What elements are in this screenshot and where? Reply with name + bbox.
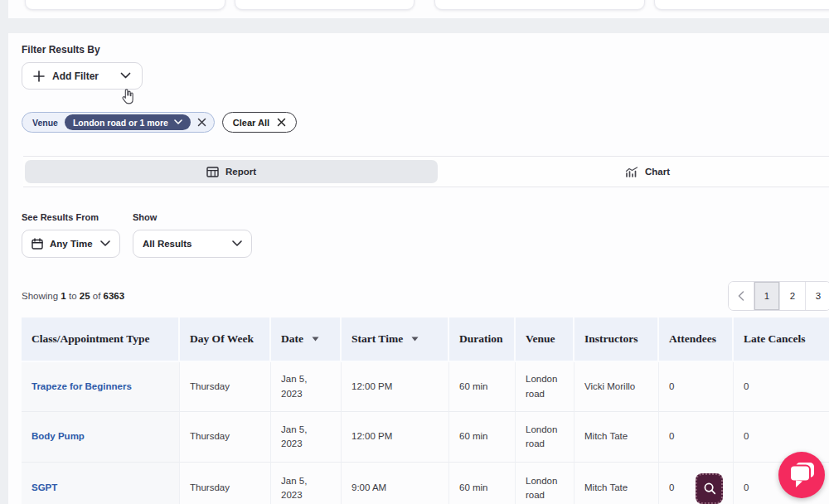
close-icon (277, 118, 286, 127)
attendees-cell-with-action: 0 (669, 473, 723, 504)
tab-chart[interactable]: Chart (441, 160, 829, 183)
class-link[interactable]: Trapeze for Beginners (32, 381, 132, 391)
tab-chart-label: Chart (645, 167, 670, 177)
day-cell: Thursday (180, 412, 271, 463)
class-link[interactable]: Body Pump (32, 431, 85, 441)
page-button-2[interactable]: 2 (779, 282, 805, 310)
table-row: SGPT Thursday Jan 5, 2023 9:00 AM 60 min… (22, 463, 829, 504)
add-filter-button[interactable]: Add Filter (22, 62, 143, 90)
summary-card (25, 0, 225, 10)
filter-results-by-title: Filter Results By (22, 44, 100, 56)
calendar-icon (32, 238, 43, 250)
day-cell: Thursday (180, 463, 271, 504)
top-cards-strip (8, 0, 829, 18)
column-header-day-of-week: Day Of Week (180, 317, 271, 362)
clear-all-label: Clear All (233, 118, 269, 128)
venue-filter-label: Venue (32, 118, 58, 128)
date-cell: Jan 5, 2023 (271, 412, 342, 463)
pagination: 1 2 3 (728, 281, 829, 311)
chat-widget-button[interactable] (778, 452, 825, 498)
column-header-venue: Venue (516, 317, 574, 362)
report-table: Class/Appointment Type Day Of Week Date … (22, 317, 829, 504)
remove-venue-filter-icon[interactable] (197, 118, 206, 127)
sort-caret-icon (312, 337, 319, 342)
chevron-down-icon (232, 240, 242, 247)
duration-cell: 60 min (449, 362, 516, 412)
results-to: 25 (80, 291, 90, 301)
venue-cell: London road (516, 412, 574, 463)
show-label: Show (133, 212, 157, 222)
sort-caret-icon (411, 337, 419, 342)
column-header-date[interactable]: Date (271, 317, 342, 362)
venue-filter-value[interactable]: London road or 1 more (65, 114, 191, 130)
chat-bubble-icon (778, 452, 825, 498)
summary-card (235, 0, 414, 10)
attendees-cell: 0 (659, 362, 734, 412)
column-header-late-cancels: Late Cancels (734, 317, 829, 362)
date-range-dropdown[interactable]: Any Time (22, 230, 120, 258)
date-cell: Jan 5, 2023 (271, 362, 342, 412)
plus-icon (33, 70, 45, 82)
previous-page-button[interactable] (729, 282, 754, 310)
search-icon (702, 481, 717, 496)
chevron-down-icon (100, 240, 110, 247)
venue-filter-value-text: London road or 1 more (73, 118, 168, 128)
results-count-text: Showing 1 to 25 of 6363 (22, 291, 124, 301)
column-header-instructors: Instructors (574, 317, 659, 362)
tab-report[interactable]: Report (25, 160, 438, 183)
summary-card (434, 0, 645, 10)
mouse-cursor-icon (119, 88, 136, 110)
summary-card (654, 0, 829, 10)
column-header-duration: Duration (449, 317, 516, 362)
add-filter-label: Add Filter (52, 70, 99, 82)
column-header-attendees: Attendees (659, 317, 734, 362)
late-cancels-cell: 0 (734, 362, 829, 412)
table-icon (206, 167, 219, 177)
venue-filter-chip: Venue London road or 1 more (22, 112, 215, 133)
start-time-cell: 12:00 PM (342, 412, 449, 463)
date-range-value: Any Time (50, 239, 93, 249)
clear-all-button[interactable]: Clear All (222, 112, 297, 133)
chevron-left-icon (738, 291, 744, 301)
instructors-cell: Mitch Tate (574, 463, 659, 504)
duration-cell: 60 min (449, 463, 516, 504)
column-header-class-type: Class/Appointment Type (22, 317, 180, 362)
results-from: 1 (61, 291, 65, 301)
table-header-row: Class/Appointment Type Day Of Week Date … (22, 317, 829, 362)
bar-chart-icon (625, 167, 638, 177)
chevron-down-icon (120, 72, 131, 80)
show-results-dropdown[interactable]: All Results (133, 230, 252, 258)
page-button-1[interactable]: 1 (754, 282, 779, 310)
date-cell: Jan 5, 2023 (271, 463, 342, 504)
page-button-3[interactable]: 3 (805, 282, 829, 310)
view-tabs: Report Chart (23, 156, 829, 187)
duration-cell: 60 min (449, 412, 516, 463)
start-time-cell: 9:00 AM (342, 463, 449, 504)
attendees-cell: 0 (659, 412, 734, 463)
search-attendees-button[interactable] (696, 473, 723, 504)
class-link[interactable]: SGPT (32, 482, 57, 492)
start-time-cell: 12:00 PM (342, 362, 449, 412)
instructors-cell: Vicki Morillo (574, 362, 659, 412)
attendees-value: 0 (669, 481, 674, 495)
instructors-cell: Mitch Tate (574, 412, 659, 463)
tab-report-label: Report (225, 167, 256, 177)
chevron-down-icon (174, 119, 182, 125)
report-screen: { "filter": { "title": "Filter Results B… (0, 0, 829, 504)
active-filters-row: Venue London road or 1 more Clear All (22, 112, 297, 133)
venue-cell: London road (516, 463, 574, 504)
see-results-from-label: See Results From (22, 212, 99, 222)
table-row: Trapeze for Beginners Thursday Jan 5, 20… (22, 362, 829, 412)
show-results-value: All Results (143, 239, 191, 249)
day-cell: Thursday (180, 362, 271, 412)
column-header-start-time[interactable]: Start Time (342, 317, 449, 362)
venue-cell: London road (516, 362, 574, 412)
table-row: Body Pump Thursday Jan 5, 2023 12:00 PM … (22, 412, 829, 463)
results-total: 6363 (104, 291, 125, 301)
